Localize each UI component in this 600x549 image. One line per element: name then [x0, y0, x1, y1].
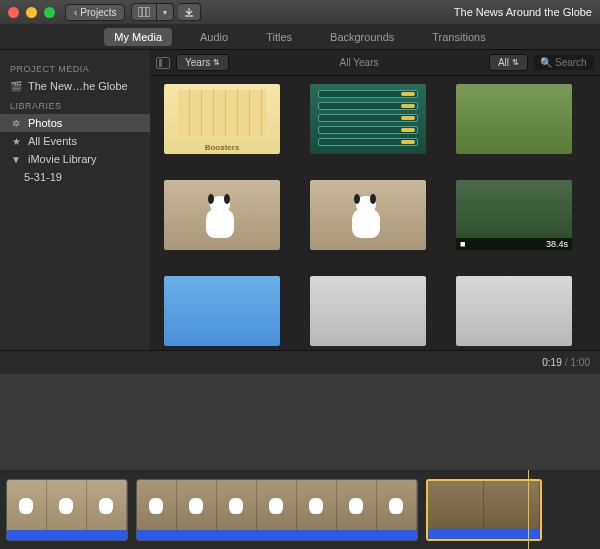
filter-dropdown[interactable]: All ⇅ [489, 54, 528, 71]
sidebar-header-libraries: LIBRARIES [0, 95, 150, 114]
fullscreen-window-button[interactable] [44, 7, 55, 18]
scope-label: Years [185, 57, 210, 68]
timeline-clip-selected[interactable] [426, 479, 542, 541]
star-icon: ★ [10, 136, 22, 146]
sidebar-item-label: The New…he Globe [28, 80, 128, 92]
thumbnail-caption: Boosters [164, 143, 280, 152]
timeline-clip[interactable] [6, 479, 128, 541]
media-thumbnail[interactable] [310, 180, 426, 250]
media-tabs: My Media Audio Titles Backgrounds Transi… [0, 24, 600, 50]
flower-icon: ✲ [10, 118, 22, 128]
media-thumbnail[interactable] [310, 84, 426, 154]
tab-backgrounds[interactable]: Backgrounds [320, 28, 404, 46]
sidebar-toggle-icon[interactable] [156, 57, 170, 69]
window-titlebar: ‹ Projects ▾ The News Around the Globe [0, 0, 600, 24]
media-thumbnail[interactable] [456, 276, 572, 346]
filmstrip-view-icon[interactable] [131, 3, 157, 21]
filter-label: All [498, 57, 509, 68]
media-thumbnail[interactable] [164, 276, 280, 346]
timeline-clip[interactable] [136, 479, 418, 541]
svg-rect-0 [138, 7, 150, 17]
tab-titles[interactable]: Titles [256, 28, 302, 46]
filter-bar: Years ⇅ All Years All ⇅ 🔍 [150, 50, 600, 76]
sidebar-item-project[interactable]: 🎬 The New…he Globe [0, 77, 150, 95]
sidebar-item-all-events[interactable]: ★ All Events [0, 132, 150, 150]
tab-my-media[interactable]: My Media [104, 28, 172, 46]
search-field[interactable]: 🔍 [534, 55, 594, 70]
total-time: 1:00 [571, 357, 590, 368]
video-duration: 38.4s [546, 239, 568, 249]
close-window-button[interactable] [8, 7, 19, 18]
audio-track[interactable] [137, 530, 417, 540]
tab-audio[interactable]: Audio [190, 28, 238, 46]
sidebar-header-project-media: PROJECT MEDIA [0, 58, 150, 77]
sidebar-item-imovie-library[interactable]: ▼ iMovie Library [0, 150, 150, 168]
back-label: Projects [80, 7, 116, 18]
disclosure-triangle-icon[interactable]: ▼ [10, 154, 22, 164]
thumbnail-grid: Boosters ■ 38.4s [150, 76, 600, 350]
sidebar-item-label: All Events [28, 135, 77, 147]
main-split: PROJECT MEDIA 🎬 The New…he Globe LIBRARI… [0, 50, 600, 350]
chevron-down-icon[interactable]: ▾ [157, 3, 174, 21]
scope-dropdown[interactable]: Years ⇅ [176, 54, 229, 71]
search-input[interactable] [555, 57, 594, 68]
playhead[interactable] [528, 470, 529, 549]
current-time: 0:19 [542, 357, 561, 368]
download-arrow-icon [178, 3, 201, 21]
back-to-projects-button[interactable]: ‹ Projects [65, 4, 125, 21]
sidebar-item-label: iMovie Library [28, 153, 96, 165]
sidebar-item-photos[interactable]: ✲ Photos [0, 114, 150, 132]
tab-transitions[interactable]: Transitions [422, 28, 495, 46]
sort-arrows-icon: ⇅ [213, 58, 220, 67]
audio-track[interactable] [428, 529, 540, 539]
project-title: The News Around the Globe [454, 6, 592, 18]
sidebar-item-label: 5-31-19 [24, 171, 62, 183]
search-icon: 🔍 [540, 57, 552, 68]
media-thumbnail[interactable] [456, 84, 572, 154]
media-thumbnail[interactable]: Boosters [164, 84, 280, 154]
breadcrumb-all-years[interactable]: All Years [235, 57, 483, 68]
sidebar-item-event[interactable]: 5-31-19 [0, 168, 150, 186]
sidebar: PROJECT MEDIA 🎬 The New…he Globe LIBRARI… [0, 50, 150, 350]
chevron-left-icon: ‹ [74, 7, 77, 18]
time-separator: / [565, 357, 568, 368]
preview-area [0, 374, 600, 470]
sidebar-item-label: Photos [28, 117, 62, 129]
sort-arrows-icon: ⇅ [512, 58, 519, 67]
media-thumbnail[interactable]: ■ 38.4s [456, 180, 572, 250]
import-button[interactable] [178, 3, 201, 21]
media-thumbnail[interactable] [310, 276, 426, 346]
time-display: 0:19 / 1:00 [0, 350, 600, 374]
clapper-icon: 🎬 [10, 81, 22, 91]
timeline[interactable] [0, 470, 600, 549]
media-browser: Years ⇅ All Years All ⇅ 🔍 Boosters [150, 50, 600, 350]
minimize-window-button[interactable] [26, 7, 37, 18]
view-mode-segmented[interactable]: ▾ [131, 3, 174, 21]
traffic-lights [8, 7, 55, 18]
camera-icon: ■ [460, 239, 465, 249]
audio-track[interactable] [7, 530, 127, 540]
video-badge: ■ 38.4s [456, 238, 572, 250]
media-thumbnail[interactable] [164, 180, 280, 250]
